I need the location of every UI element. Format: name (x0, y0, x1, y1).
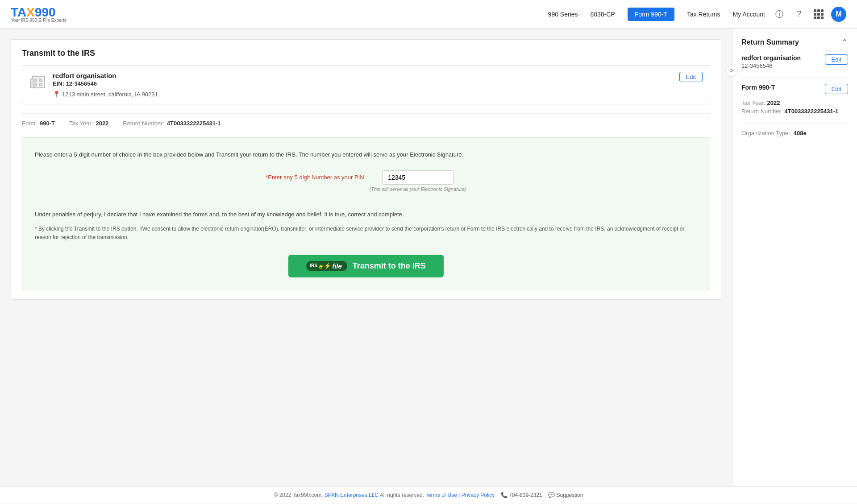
sidebar-org-edit-button[interactable]: Edit (825, 54, 848, 65)
pin-label: *Enter any 5 digit Number as your PIN (266, 170, 364, 181)
nav-990-series[interactable]: 990 Series (548, 11, 578, 18)
sidebar-form-row: Form 990-T Edit (741, 84, 848, 94)
org-box: redfort organisation EIN: 12-3456546 📍 1… (22, 65, 710, 104)
sidebar-org-edit-row: redfort organisation 12-3456546 Edit (741, 54, 848, 69)
return-number-label: Return Number: (123, 120, 164, 127)
footer-pipe1: | (458, 492, 460, 498)
pin-input[interactable] (382, 170, 453, 185)
footer-phone: 📞 704-839-2321 (501, 492, 542, 498)
sidebar-form-section: Form 990-T Edit Tax Year: 2022 Return Nu… (741, 84, 848, 115)
pin-row: *Enter any 5 digit Number as your PIN (T… (35, 170, 697, 192)
sidebar-content: Return Summary ⌃ redfort organisation 12… (732, 29, 857, 145)
efile-text: e⚡file (319, 262, 342, 270)
nav-8038-cp[interactable]: 8038-CP (591, 11, 615, 18)
consent-text: * By clicking the Transmit to the IRS bu… (35, 225, 697, 242)
svg-rect-4 (39, 83, 42, 86)
svg-rect-6 (31, 81, 33, 83)
content-area: Transmit to the IRS (0, 29, 732, 486)
irs-text: IRS (310, 263, 317, 269)
main-layout: Transmit to the IRS (0, 29, 857, 486)
transmit-label: Transmit to the IRS (353, 261, 426, 271)
footer-suggestion: 💬 Suggestion (548, 492, 583, 498)
org-divider (22, 113, 710, 114)
sidebar-org-section: redfort organisation 12-3456546 Edit (741, 54, 848, 69)
svg-rect-2 (39, 79, 42, 82)
sidebar-ein: 12-3456546 (741, 62, 801, 69)
page-title: Transmit to the IRS (22, 49, 710, 58)
footer: © 2022 Tax990.com, SPAN Enterprises LLC … (0, 486, 857, 504)
irs-efile-badge: IRS e⚡file (306, 261, 347, 271)
footer-terms-link[interactable]: Terms of Use (425, 492, 457, 498)
org-left: redfort organisation EIN: 12-3456546 📍 1… (29, 72, 158, 98)
consent-asterisk: * (35, 226, 38, 232)
tax-year-label: Tax Year: (69, 120, 93, 127)
org-edit-button[interactable]: Edit (679, 72, 703, 82)
ein-label: EIN: (53, 80, 64, 87)
bolt-icon: ⚡ (324, 262, 331, 269)
sidebar-org-type-value: 408e (794, 130, 807, 136)
org-address: 📍 1213 main street, california, IA 90231 (53, 91, 158, 98)
sidebar-org-info: redfort organisation 12-3456546 (741, 54, 801, 69)
sidebar-org-type-row: Organization Type: 408e (741, 129, 848, 136)
footer-span-link[interactable]: SPAN Enterprises LLC (324, 492, 379, 498)
sidebar-org-name: redfort organisation (741, 54, 801, 62)
logo-subtitle: Your IRS 990 E-File Experts (11, 18, 67, 23)
header: TAX990 Your IRS 990 E-File Experts 990 S… (0, 0, 857, 29)
perjury-text: Under penalties of perjury, I declare th… (35, 210, 697, 219)
sidebar-tax-year-row: Tax Year: 2022 (741, 99, 848, 106)
nav-my-account[interactable]: My Account (733, 11, 765, 18)
tax-year-value: 2022 (96, 120, 108, 127)
nav-form-990t[interactable]: Form 990-T (628, 8, 674, 21)
form-meta-form: Form: 990-T (22, 120, 55, 127)
help-icon[interactable]: ? (792, 7, 806, 21)
transmit-button[interactable]: IRS e⚡file Transmit to the IRS (288, 255, 444, 277)
grid-icon[interactable] (811, 7, 826, 21)
nav-icons: ⓘ ? M (772, 7, 846, 22)
sidebar-toggle[interactable]: > (725, 64, 738, 77)
sidebar-org-type-label: Organization Type: (741, 130, 790, 136)
location-icon: 📍 (53, 91, 60, 98)
ein-value: 12-3456546 (66, 80, 97, 87)
nav-tax-returns[interactable]: Tax Returns (687, 11, 720, 18)
avatar-button[interactable]: M (831, 7, 846, 22)
logo: TAX990 Your IRS 990 E-File Experts (11, 5, 67, 23)
form-meta-return: Return Number: 4T0033322225431-1 (123, 120, 220, 127)
sidebar: > Return Summary ⌃ redfort organisation … (732, 29, 857, 486)
info-icon[interactable]: ⓘ (772, 7, 786, 21)
return-number-value: 4T0033322225431-1 (167, 120, 221, 127)
building-icon (29, 73, 47, 95)
sidebar-tax-year-value: 2022 (767, 99, 780, 106)
org-ein: EIN: 12-3456546 (53, 80, 158, 87)
transmit-btn-wrapper: IRS e⚡file Transmit to the IRS (35, 255, 697, 277)
sidebar-form-label: Form 990-T (741, 84, 775, 91)
footer-rights: All rights reserved. (380, 492, 424, 498)
svg-rect-1 (34, 79, 37, 82)
form-meta: Form: 990-T Tax Year: 2022 Return Number… (22, 118, 710, 127)
sidebar-divider-2 (741, 124, 848, 124)
pin-instruction: Please enter a 5-digit number of choice … (35, 150, 697, 160)
sidebar-tax-year-label: Tax Year: (741, 99, 765, 106)
form-value: 990-T (40, 120, 55, 127)
form-meta-year: Tax Year: 2022 (69, 120, 108, 127)
pin-section: Please enter a 5-digit number of choice … (22, 137, 710, 290)
sidebar-return-number-value: 4T0033322225431-1 (784, 108, 838, 115)
form-label: Form: (22, 120, 37, 127)
nav: 990 Series 8038-CP Form 990-T Tax Return… (548, 8, 765, 21)
org-name: redfort organisation (53, 72, 158, 79)
sidebar-divider-1 (741, 78, 848, 78)
pin-hint: (This will serve as your Electronic Sign… (370, 186, 466, 192)
sidebar-title: Return Summary ⌃ (741, 37, 848, 47)
sidebar-collapse-button[interactable]: ⌃ (841, 37, 848, 47)
pin-divider (35, 201, 697, 201)
sidebar-return-number-label: Return Number: (741, 108, 782, 115)
consent-body: By clicking the Transmit to the IRS butt… (35, 226, 684, 240)
svg-rect-3 (34, 83, 37, 86)
footer-copyright: © 2022 Tax990.com, (274, 492, 323, 498)
footer-privacy-link[interactable]: Privacy Policy (462, 492, 495, 498)
svg-rect-7 (31, 83, 33, 85)
sidebar-form-edit-button[interactable]: Edit (825, 84, 848, 94)
page-card: Transmit to the IRS (11, 39, 721, 300)
pin-input-wrapper: (This will serve as your Electronic Sign… (370, 170, 466, 192)
sidebar-return-number-row: Return Number: 4T0033322225431-1 (741, 108, 848, 115)
